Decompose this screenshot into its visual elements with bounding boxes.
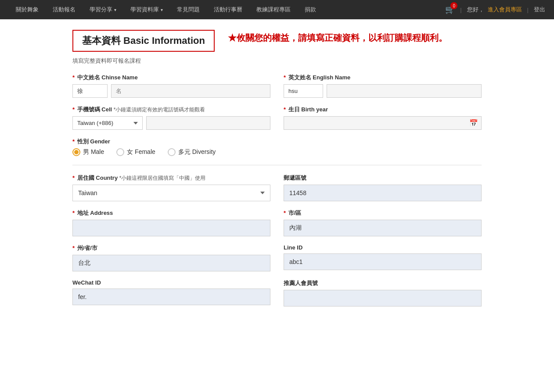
lineid-label: Line ID <box>284 244 482 251</box>
nav-item-about[interactable]: 關於舞象 <box>9 0 46 19</box>
nav-item-register[interactable]: 活動報名 <box>46 0 83 19</box>
english-name-inputs <box>284 84 482 98</box>
state-group: * 州/省/市 <box>72 244 270 271</box>
city-district-input[interactable] <box>284 220 482 236</box>
cell-birth-row: * 手機號碼 Cell *小鐘還須綁定有效的電話號碼才能觀看 Taiwan (+… <box>72 106 482 130</box>
cart-button[interactable]: 🛒 0 <box>445 5 455 14</box>
city-district-group: * 市/區 <box>284 209 482 236</box>
wechat-group: WeChat ID <box>72 279 270 306</box>
birth-input[interactable] <box>284 116 482 130</box>
lineid-input[interactable] <box>284 253 482 270</box>
chinese-name-inputs <box>72 84 270 98</box>
wechat-input[interactable] <box>72 289 270 305</box>
chinese-name-group: * 中文姓名 Chinse Name <box>72 74 270 98</box>
gender-label: * 性別 Gender <box>72 138 482 146</box>
wechat-label: WeChat ID <box>72 279 270 286</box>
nav-item-learning-share[interactable]: 學習分享 ▾ <box>83 0 123 19</box>
english-name-label: * 英文姓名 English Name <box>284 74 482 82</box>
member-link[interactable]: 進入會員專區 <box>488 6 522 14</box>
subtitle: 填寫完整資料即可報名課程 <box>72 57 482 65</box>
chinese-last-name-input[interactable] <box>72 84 108 98</box>
gender-section: * 性別 Gender 男 Male 女 Female 多元 Diversity <box>72 138 482 156</box>
wechat-referral-row: WeChat ID 推薦人會員號 <box>72 279 482 306</box>
address-input[interactable] <box>72 220 270 236</box>
chinese-first-name-input[interactable] <box>111 84 270 98</box>
phone-country-select[interactable]: Taiwan (+886) China (+86) Hong Kong (+85… <box>72 116 143 130</box>
navigation: 關於舞象 活動報名 學習分享 ▾ 學習資料庫 ▾ 常見問題 活動行事曆 教練課程… <box>0 0 554 19</box>
english-first-name-input[interactable] <box>327 84 482 98</box>
postal-input[interactable] <box>284 185 482 201</box>
city-district-label: * 市/區 <box>284 209 482 217</box>
address-label: * 地址 Address <box>72 209 270 217</box>
phone-country-wrap: Taiwan (+886) China (+86) Hong Kong (+85… <box>72 116 143 130</box>
gender-group: 男 Male 女 Female 多元 Diversity <box>72 148 482 156</box>
radio-female-circle <box>116 148 124 156</box>
referral-group: 推薦人會員號 <box>284 279 482 306</box>
address-city-row: * 地址 Address * 市/區 <box>72 209 482 236</box>
section-divider <box>72 165 482 165</box>
nav-item-calendar[interactable]: 活動行事曆 <box>207 0 249 19</box>
page-header: 基本資料 Basic Information ★攸關您的權益，請填寫正確資料，以… <box>72 30 482 52</box>
logout-link[interactable]: 登出 <box>534 6 545 14</box>
cell-label: * 手機號碼 Cell *小鐘還須綁定有效的電話號碼才能觀看 <box>72 106 270 114</box>
postal-group: 郵遞區號 <box>284 174 482 201</box>
country-group: * 居住國 Country *小鐘這裡限居住國填寫「中國」使用 Taiwan C… <box>72 174 270 201</box>
state-label: * 州/省/市 <box>72 244 270 252</box>
phone-number-input[interactable] <box>146 116 270 130</box>
referral-label: 推薦人會員號 <box>284 279 482 287</box>
nav-item-donate[interactable]: 捐款 <box>298 0 323 19</box>
postal-label: 郵遞區號 <box>284 174 482 182</box>
english-name-group: * 英文姓名 English Name <box>284 74 482 98</box>
section-title-box: 基本資料 Basic Information <box>72 30 215 52</box>
country-label: * 居住國 Country *小鐘這裡限居住國填寫「中國」使用 <box>72 174 270 182</box>
birth-input-wrap: 📅 <box>284 116 482 130</box>
nav-item-faq[interactable]: 常見問題 <box>170 0 207 19</box>
address-group: * 地址 Address <box>72 209 270 236</box>
name-row: * 中文姓名 Chinse Name * 英文姓名 English Name <box>72 74 482 98</box>
nav-item-trainer[interactable]: 教練課程專區 <box>249 0 298 19</box>
chinese-name-label: * 中文姓名 Chinse Name <box>72 74 270 82</box>
page-title: 基本資料 Basic Information <box>82 34 205 47</box>
gender-male[interactable]: 男 Male <box>72 148 104 156</box>
phone-number-wrap <box>146 116 270 130</box>
birth-label: * 生日 Birth year <box>284 106 482 114</box>
cart-count: 0 <box>450 2 457 9</box>
radio-diversity-circle <box>168 148 176 156</box>
greeting-text: 您好， <box>467 6 484 14</box>
country-select[interactable]: Taiwan China Hong Kong USA Japan <box>72 185 270 201</box>
cell-group: * 手機號碼 Cell *小鐘還須綁定有效的電話號碼才能觀看 Taiwan (+… <box>72 106 270 130</box>
lineid-group: Line ID <box>284 244 482 271</box>
state-lineid-row: * 州/省/市 Line ID <box>72 244 482 271</box>
chevron-down-icon: ▾ <box>161 7 163 12</box>
chevron-down-icon: ▾ <box>114 7 116 12</box>
birth-group: * 生日 Birth year 📅 <box>284 106 482 130</box>
divider: | <box>458 7 463 13</box>
gender-diversity[interactable]: 多元 Diversity <box>168 148 216 156</box>
divider2: | <box>525 7 530 13</box>
main-content: 基本資料 Basic Information ★攸關您的權益，請填寫正確資料，以… <box>62 30 492 306</box>
gender-female[interactable]: 女 Female <box>116 148 155 156</box>
country-postal-row: * 居住國 Country *小鐘這裡限居住國填寫「中國」使用 Taiwan C… <box>72 174 482 201</box>
nav-right: 🛒 0 | 您好， 進入會員專區 | 登出 <box>445 5 545 14</box>
radio-male-circle <box>72 148 80 156</box>
state-input[interactable] <box>72 255 270 271</box>
notice-text: ★攸關您的權益，請填寫正確資料，以利訂購課程順利。 <box>228 30 447 44</box>
phone-row: Taiwan (+886) China (+86) Hong Kong (+85… <box>72 116 270 130</box>
english-last-name-input[interactable] <box>284 84 323 98</box>
referral-input[interactable] <box>284 290 482 306</box>
nav-item-learning-lib[interactable]: 學習資料庫 ▾ <box>123 0 170 19</box>
